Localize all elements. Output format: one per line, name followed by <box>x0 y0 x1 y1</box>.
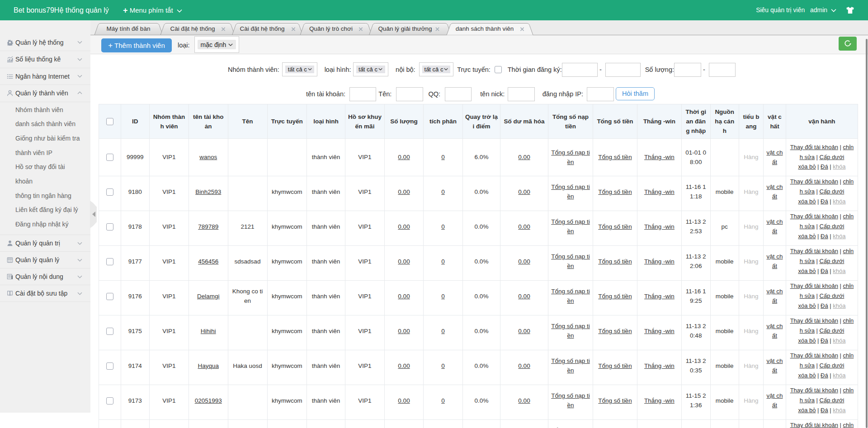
svg-text:danh sách thành viên: danh sách thành viên <box>456 25 514 32</box>
svg-text:Quản lý giải thưởng: Quản lý giải thưởng <box>378 25 432 32</box>
svg-text:Cài đặt hệ thống: Cài đặt hệ thống <box>170 25 215 32</box>
svg-text:Máy tính để bàn: Máy tính để bàn <box>107 25 151 32</box>
svg-text:Quản lý trò chơi: Quản lý trò chơi <box>309 25 353 32</box>
svg-text:Cài đặt hệ thống: Cài đặt hệ thống <box>240 25 284 32</box>
